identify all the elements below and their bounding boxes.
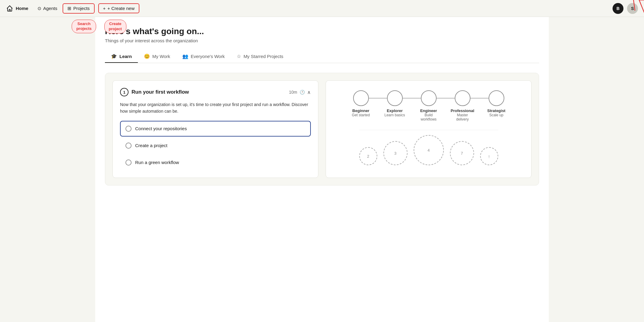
card-description: Now that your organization is set up, it… (120, 101, 311, 115)
node-strategist (489, 90, 504, 106)
navbar: Home ⊙ Agents ⊞ Projects Search projects… (0, 0, 644, 17)
dashed-circle-1: 2 (359, 147, 377, 165)
checklist-item-project[interactable]: Create a project (120, 138, 311, 153)
label-beginner: Beginner Get started (344, 108, 378, 117)
collapse-button[interactable]: ∧ (307, 89, 311, 95)
tab-starred-label: My Starred Projects (243, 54, 283, 59)
home-label: Home (16, 6, 28, 11)
avatar-s[interactable]: S (627, 3, 638, 14)
tab-learn-label: Learn (119, 54, 132, 59)
tab-everyones-work-label: Everyone's Work (191, 54, 225, 59)
tab-learn[interactable]: 🎓 Learn (105, 50, 138, 63)
card-title-row: 1 Run your first workflow (120, 88, 189, 96)
dashed-circle-5: ↑ (480, 147, 498, 165)
main-content: Here's what's going on... Things of your… (95, 17, 549, 322)
card-header: 1 Run your first workflow 10m 🕐 ∧ (120, 88, 311, 96)
projects-nav-item[interactable]: ⊞ Projects (63, 3, 94, 14)
agents-label: Agents (43, 6, 57, 11)
projects-icon: ⊞ (67, 6, 71, 11)
step-circle: 1 (120, 88, 128, 96)
page-title: Here's what's going on... (105, 27, 539, 36)
agents-icon: ⊙ (37, 6, 41, 11)
radio-workflow (125, 159, 132, 166)
tab-starred[interactable]: ☆ My Starred Projects (231, 50, 289, 63)
repos-label: Connect your repositories (135, 126, 187, 131)
tab-my-work-label: My Work (152, 54, 170, 59)
radio-repos (125, 126, 132, 132)
node-engineer (421, 90, 437, 106)
projects-label: Projects (73, 6, 89, 11)
page-header: Here's what's going on... Things of your… (105, 27, 539, 43)
page-subtitle: Things of your interest across the organ… (105, 38, 539, 43)
project-label: Create a project (135, 143, 168, 148)
label-professional: Professional Masterdelivery (446, 108, 480, 121)
tabs-bar: 🎓 Learn 😊 My Work 👥 Everyone's Work ☆ My… (105, 50, 539, 63)
progress-card: Beginner Get started Explorer Learn basi… (326, 80, 532, 178)
starred-icon: ☆ (237, 53, 241, 59)
track-line-4 (470, 98, 489, 98)
content-area: 1 Run your first workflow 10m 🕐 ∧ Now th… (105, 73, 539, 185)
dashed-circle-2: 3 (383, 141, 408, 165)
everyones-work-icon: 👥 (182, 53, 188, 59)
tab-my-work[interactable]: 😊 My Work (138, 50, 176, 63)
home-nav-item[interactable]: Home (6, 5, 28, 12)
dashed-circle-3: 4 (414, 135, 444, 165)
create-new-button[interactable]: + + Create new (98, 3, 139, 13)
search-projects-annotation: Search projects (72, 20, 96, 34)
node-professional (455, 90, 470, 106)
time-label: 10m (289, 90, 297, 95)
track-line-2 (403, 98, 421, 98)
checklist-item-workflow[interactable]: Run a green workflow (120, 155, 311, 170)
learn-icon: 🎓 (111, 53, 117, 59)
label-strategist: Strategist Scale up (480, 108, 513, 117)
node-beginner (353, 90, 369, 106)
avatar-b[interactable]: B (613, 3, 623, 14)
create-label: + Create new (107, 6, 135, 11)
workflow-card: 1 Run your first workflow 10m 🕐 ∧ Now th… (112, 80, 318, 178)
card-meta: 10m 🕐 ∧ (289, 89, 311, 95)
account-settings-annotation: Accountsettings (635, 0, 644, 1)
radio-project (125, 143, 132, 149)
card-title: Run your first workflow (132, 89, 189, 95)
label-engineer: Engineer Buildworkflows (412, 108, 446, 121)
node-explorer (387, 90, 403, 106)
workflow-label: Run a green workflow (135, 160, 179, 165)
dashed-circle-4: 7 (450, 141, 474, 165)
checklist-item-repos[interactable]: Connect your repositories (120, 121, 311, 137)
create-icon: + (103, 6, 106, 11)
agents-nav-item[interactable]: ⊙ Agents (33, 4, 62, 13)
clock-icon: 🕐 (300, 90, 305, 95)
dashed-circles-row: 2 3 4 7 ↑ (359, 130, 498, 165)
track-line-3 (437, 98, 455, 98)
checklist: Connect your repositories Create a proje… (120, 121, 311, 170)
label-explorer: Explorer Learn basics (378, 108, 412, 117)
tab-everyones-work[interactable]: 👥 Everyone's Work (176, 50, 231, 63)
track-line-1 (369, 98, 387, 98)
my-work-icon: 😊 (144, 53, 150, 59)
